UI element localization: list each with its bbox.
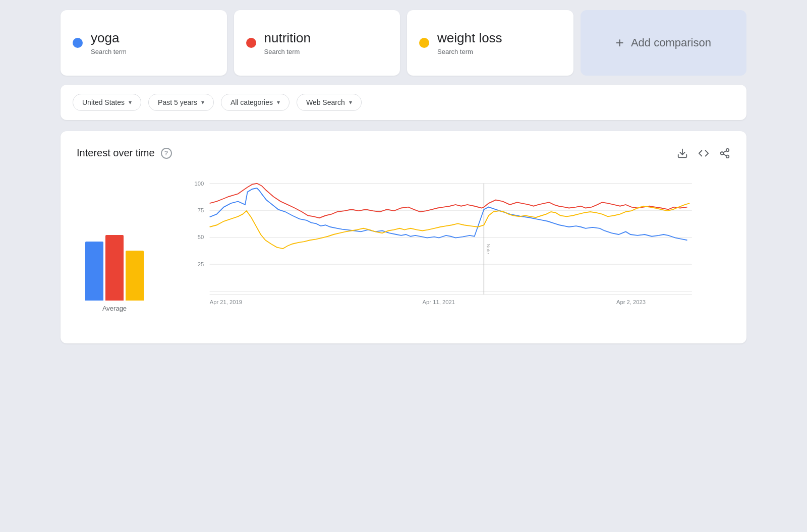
svg-text:100: 100 (195, 181, 204, 187)
chart-section: Interest over time ? (61, 131, 746, 343)
search-terms-row: yoga Search term nutrition Search term w… (61, 10, 746, 76)
line-chart-area: 100 75 50 25 Note Apr 2 (152, 174, 730, 327)
nutrition-name: nutrition (264, 30, 311, 46)
yoga-name: yoga (91, 30, 127, 46)
yoga-type: Search term (91, 48, 127, 55)
chart-actions (677, 148, 730, 159)
yoga-dot (73, 38, 83, 48)
search-term-card-weight-loss[interactable]: weight loss Search term (407, 10, 573, 76)
chevron-down-icon: ▾ (349, 99, 352, 106)
filter-location-label: United States (82, 98, 125, 106)
yoga-info: yoga Search term (91, 30, 127, 55)
help-icon[interactable]: ? (161, 148, 172, 159)
bar-weight-loss (126, 251, 144, 301)
chart-body: Average 100 75 50 25 (77, 174, 730, 327)
filter-time[interactable]: Past 5 years ▾ (148, 94, 214, 111)
svg-text:75: 75 (198, 207, 204, 213)
yoga-line (210, 188, 687, 240)
svg-text:25: 25 (198, 261, 204, 267)
bar-nutrition (105, 235, 124, 301)
add-comparison-label: Add comparison (631, 36, 711, 49)
search-term-card-nutrition[interactable]: nutrition Search term (234, 10, 400, 76)
embed-button[interactable] (698, 148, 709, 159)
chevron-down-icon: ▾ (277, 99, 280, 106)
svg-text:50: 50 (198, 234, 204, 240)
nutrition-type: Search term (264, 48, 311, 55)
chevron-down-icon: ▾ (201, 99, 204, 106)
add-comparison-card[interactable]: + Add comparison (581, 10, 747, 76)
svg-text:Note: Note (486, 244, 491, 254)
average-bar-chart: Average (77, 174, 152, 327)
average-label: Average (102, 305, 127, 312)
nutrition-info: nutrition Search term (264, 30, 311, 55)
svg-text:Apr 2, 2023: Apr 2, 2023 (616, 299, 646, 305)
weight-loss-info: weight loss Search term (437, 30, 502, 55)
page-wrapper: yoga Search term nutrition Search term w… (61, 10, 746, 343)
share-button[interactable] (719, 148, 730, 159)
weight-loss-type: Search term (437, 48, 502, 55)
bar-yoga (85, 242, 103, 301)
filter-time-label: Past 5 years (158, 98, 197, 106)
search-term-card-yoga[interactable]: yoga Search term (61, 10, 227, 76)
filter-category-label: All categories (230, 98, 273, 106)
svg-text:Apr 11, 2021: Apr 11, 2021 (423, 299, 455, 305)
filter-location[interactable]: United States ▾ (73, 94, 141, 111)
download-button[interactable] (677, 148, 688, 159)
filter-bar: United States ▾ Past 5 years ▾ All categ… (61, 85, 746, 120)
svg-line-4 (723, 154, 726, 156)
svg-text:Apr 21, 2019: Apr 21, 2019 (210, 299, 242, 305)
line-chart-svg: 100 75 50 25 Note Apr 2 (152, 174, 730, 325)
weight-loss-dot (419, 38, 429, 48)
bars-group (85, 210, 144, 301)
chart-header: Interest over time ? (77, 147, 730, 159)
plus-icon: + (616, 35, 624, 51)
weight-loss-name: weight loss (437, 30, 502, 46)
chevron-down-icon: ▾ (129, 99, 132, 106)
svg-line-5 (723, 150, 726, 152)
chart-title: Interest over time (77, 147, 155, 159)
filter-category[interactable]: All categories ▾ (221, 94, 290, 111)
chart-title-row: Interest over time ? (77, 147, 172, 159)
filter-search-type-label: Web Search (306, 98, 345, 106)
filter-search-type[interactable]: Web Search ▾ (297, 94, 362, 111)
nutrition-line (210, 184, 687, 218)
nutrition-dot (246, 38, 256, 48)
